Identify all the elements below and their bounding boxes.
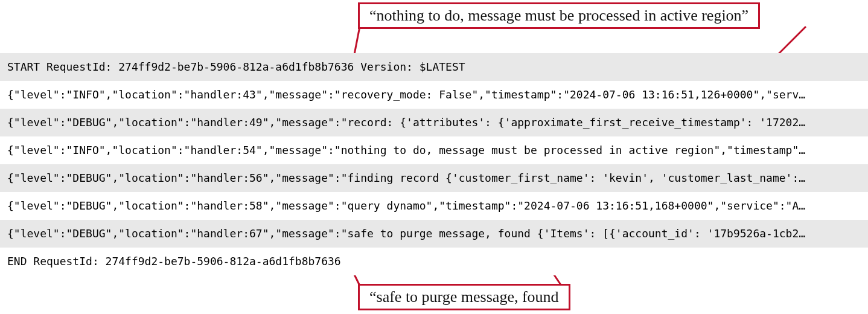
log-table: START RequestId: 274ff9d2-be7b-5906-812a… xyxy=(0,53,868,275)
log-row: {"level":"INFO","location":"handler:54",… xyxy=(0,136,868,164)
log-row: {"level":"DEBUG","location":"handler:56"… xyxy=(0,164,868,192)
log-row: {"level":"DEBUG","location":"handler:67"… xyxy=(0,220,868,248)
callout-bottom: “safe to purge message, found xyxy=(358,284,570,310)
figure-wrapper: { "callouts": { "top": "\u201cnothing to… xyxy=(0,0,868,314)
log-row: {"level":"DEBUG","location":"handler:58"… xyxy=(0,192,868,220)
callout-top: “nothing to do, message must be processe… xyxy=(358,2,760,29)
log-row: START RequestId: 274ff9d2-be7b-5906-812a… xyxy=(0,53,868,81)
log-row: END RequestId: 274ff9d2-be7b-5906-812a-a… xyxy=(0,248,868,275)
log-row: {"level":"INFO","location":"handler:43",… xyxy=(0,81,868,109)
log-row: {"level":"DEBUG","location":"handler:49"… xyxy=(0,109,868,136)
